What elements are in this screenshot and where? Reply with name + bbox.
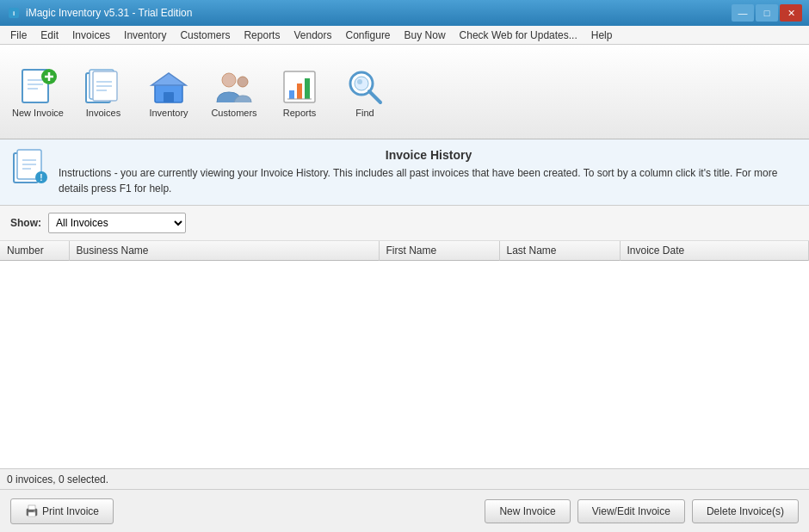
menu-bar: File Edit Invoices Inventory Customers R… bbox=[0, 26, 809, 45]
svg-rect-23 bbox=[305, 78, 310, 99]
view-edit-invoice-button[interactable]: View/Edit Invoice bbox=[577, 499, 685, 523]
menu-vendors[interactable]: Vendors bbox=[287, 28, 338, 43]
menu-checkweb[interactable]: Check Web for Updates... bbox=[453, 28, 584, 43]
status-text: 0 invoices, 0 selected. bbox=[7, 473, 108, 486]
menu-reports[interactable]: Reports bbox=[237, 28, 287, 43]
show-label: Show: bbox=[10, 217, 41, 229]
find-label: Find bbox=[355, 108, 374, 118]
bottom-toolbar: Print Invoice New Invoice View/Edit Invo… bbox=[0, 489, 809, 532]
close-button[interactable]: ✕ bbox=[780, 4, 802, 22]
svg-rect-38 bbox=[28, 512, 35, 517]
invoices-toolbar-button[interactable]: Invoices bbox=[72, 49, 134, 135]
invoices-icon bbox=[83, 66, 124, 108]
svg-marker-16 bbox=[151, 73, 186, 85]
info-banner: ! Invoice History Instructions - you are… bbox=[0, 139, 809, 206]
menu-inventory[interactable]: Inventory bbox=[117, 28, 173, 43]
col-header-business[interactable]: Business Name bbox=[69, 241, 379, 261]
new-invoice-icon bbox=[17, 66, 59, 108]
col-header-number[interactable]: Number bbox=[0, 241, 69, 261]
print-invoice-button[interactable]: Print Invoice bbox=[10, 498, 114, 524]
delete-invoice-button[interactable]: Delete Invoice(s) bbox=[692, 499, 799, 523]
title-bar-title: iMagic Inventory v5.31 - Trial Edition bbox=[26, 7, 192, 19]
info-banner-icon: ! bbox=[10, 148, 48, 186]
invoices-data-table: Number Business Name First Name Last Nam… bbox=[0, 241, 809, 261]
invoice-table[interactable]: Number Business Name First Name Last Nam… bbox=[0, 241, 809, 468]
info-banner-text: Instructions - you are currently viewing… bbox=[59, 165, 799, 196]
svg-rect-17 bbox=[164, 92, 174, 102]
svg-rect-21 bbox=[289, 90, 294, 99]
app-icon: i bbox=[7, 6, 21, 20]
info-banner-content: Invoice History Instructions - you are c… bbox=[59, 148, 799, 196]
show-filter: Show: All Invoices Today's Invoices This… bbox=[0, 206, 809, 241]
bottom-left-buttons: Print Invoice bbox=[10, 498, 114, 524]
col-header-lastname[interactable]: Last Name bbox=[499, 241, 620, 261]
svg-line-27 bbox=[369, 91, 380, 102]
customers-label: Customers bbox=[211, 108, 256, 118]
svg-rect-22 bbox=[297, 84, 302, 99]
col-header-date[interactable]: Invoice Date bbox=[620, 241, 809, 261]
minimize-button[interactable]: — bbox=[732, 4, 754, 22]
customers-icon bbox=[213, 66, 255, 108]
title-bar: i iMagic Inventory v5.31 - Trial Edition… bbox=[0, 0, 809, 26]
new-invoice-label: New Invoice bbox=[12, 108, 64, 118]
status-bar: 0 invoices, 0 selected. bbox=[0, 468, 809, 489]
inventory-toolbar-button[interactable]: Inventory bbox=[138, 49, 200, 135]
show-select[interactable]: All Invoices Today's Invoices This Week … bbox=[48, 213, 186, 233]
content-area: ! Invoice History Instructions - you are… bbox=[0, 139, 809, 468]
menu-file[interactable]: File bbox=[3, 28, 34, 43]
reports-icon bbox=[279, 66, 320, 108]
svg-point-18 bbox=[222, 73, 236, 87]
menu-invoices[interactable]: Invoices bbox=[65, 28, 117, 43]
toolbar: New Invoice Invoices Inventory Custom bbox=[0, 45, 809, 139]
new-invoice-bottom-button[interactable]: New Invoice bbox=[485, 499, 570, 523]
menu-configure[interactable]: Configure bbox=[339, 28, 398, 43]
svg-rect-37 bbox=[28, 505, 35, 510]
svg-point-28 bbox=[357, 79, 362, 84]
title-bar-left: i iMagic Inventory v5.31 - Trial Edition bbox=[7, 6, 192, 20]
find-icon bbox=[344, 66, 386, 108]
svg-text:!: ! bbox=[40, 173, 42, 182]
menu-buynow[interactable]: Buy Now bbox=[398, 28, 453, 43]
find-toolbar-button[interactable]: Find bbox=[334, 49, 396, 135]
print-invoice-label: Print Invoice bbox=[42, 505, 99, 517]
svg-point-19 bbox=[238, 77, 248, 87]
inventory-label: Inventory bbox=[149, 108, 188, 118]
title-bar-controls: — □ ✕ bbox=[732, 4, 802, 22]
bottom-right-buttons: New Invoice View/Edit Invoice Delete Inv… bbox=[485, 499, 799, 523]
invoices-label: Invoices bbox=[86, 108, 120, 118]
reports-label: Reports bbox=[283, 108, 317, 118]
reports-toolbar-button[interactable]: Reports bbox=[269, 49, 330, 135]
svg-text:i: i bbox=[13, 9, 15, 17]
table-header-row: Number Business Name First Name Last Nam… bbox=[0, 241, 809, 261]
customers-toolbar-button[interactable]: Customers bbox=[203, 49, 265, 135]
printer-icon bbox=[25, 504, 39, 518]
svg-point-39 bbox=[34, 510, 35, 512]
maximize-button[interactable]: □ bbox=[756, 4, 778, 22]
menu-help[interactable]: Help bbox=[584, 28, 620, 43]
col-header-firstname[interactable]: First Name bbox=[379, 241, 499, 261]
info-banner-title: Invoice History bbox=[59, 148, 799, 162]
inventory-icon bbox=[148, 66, 189, 108]
menu-edit[interactable]: Edit bbox=[34, 28, 65, 43]
menu-customers[interactable]: Customers bbox=[173, 28, 237, 43]
new-invoice-toolbar-button[interactable]: New Invoice bbox=[7, 49, 69, 135]
